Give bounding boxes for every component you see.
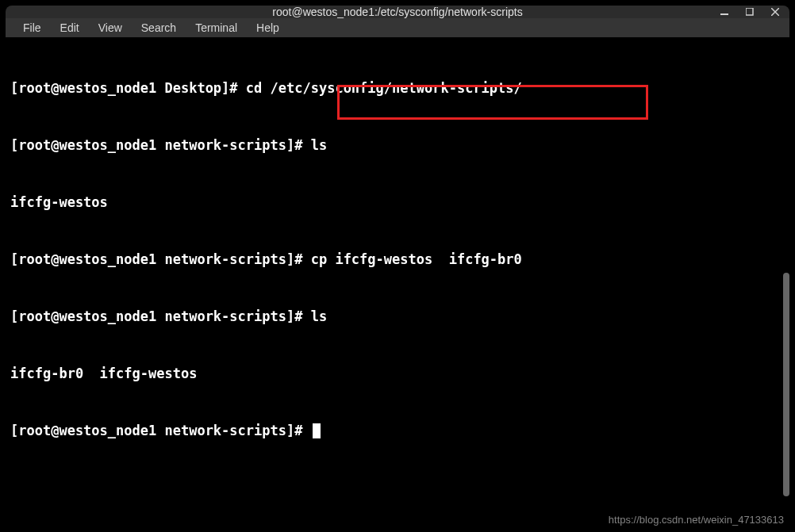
maximize-button[interactable] xyxy=(742,6,758,20)
close-button[interactable] xyxy=(767,6,783,20)
terminal-prompt: [root@westos_node1 network-scripts]# xyxy=(10,421,785,440)
menubar: File Edit View Search Terminal Help xyxy=(6,18,789,37)
menu-help[interactable]: Help xyxy=(247,18,289,37)
terminal-cursor xyxy=(313,423,321,438)
terminal-line: ifcfg-westos xyxy=(10,193,785,212)
terminal-line: [root@westos_node1 network-scripts]# ls xyxy=(10,307,785,326)
titlebar: root@westos_node1:/etc/sysconfig/network… xyxy=(6,6,789,18)
terminal-line: ifcfg-br0 ifcfg-westos xyxy=(10,364,785,383)
menu-view[interactable]: View xyxy=(89,18,132,37)
prompt-text: [root@westos_node1 network-scripts]# xyxy=(10,423,311,438)
minimize-button[interactable] xyxy=(716,6,732,20)
menu-terminal[interactable]: Terminal xyxy=(186,18,247,37)
terminal-line: [root@westos_node1 Desktop]# cd /etc/sys… xyxy=(10,78,785,98)
scrollbar-thumb[interactable] xyxy=(783,273,789,496)
svg-rect-1 xyxy=(746,8,753,15)
menu-edit[interactable]: Edit xyxy=(51,18,89,37)
menu-file[interactable]: File xyxy=(13,18,51,37)
window-controls xyxy=(716,6,783,20)
menu-search[interactable]: Search xyxy=(132,18,186,37)
terminal-line: [root@westos_node1 network-scripts]# ls xyxy=(10,136,785,155)
svg-rect-0 xyxy=(720,13,728,15)
terminal-window: root@westos_node1:/etc/sysconfig/network… xyxy=(6,6,789,516)
terminal-body[interactable]: [root@westos_node1 Desktop]# cd /etc/sys… xyxy=(6,37,789,516)
window-title: root@westos_node1:/etc/sysconfig/network… xyxy=(272,6,522,18)
watermark-text: https://blog.csdn.net/weixin_47133613 xyxy=(609,514,784,526)
terminal-line: [root@westos_node1 network-scripts]# cp … xyxy=(10,250,785,269)
